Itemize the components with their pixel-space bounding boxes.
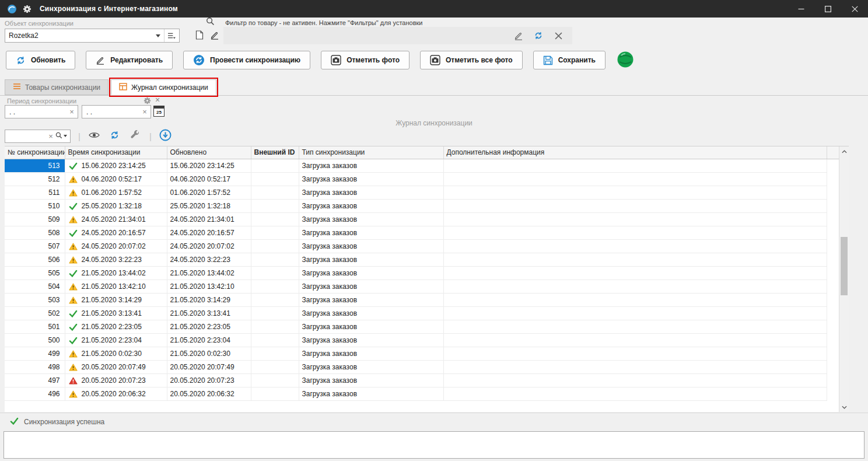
cell-sync-time[interactable]: 25.05.2020 1:32:18 (65, 199, 167, 212)
cell-extra-info[interactable] (443, 253, 827, 266)
cell-sync-number[interactable]: 497 (5, 373, 65, 387)
cell-sync-type[interactable]: Загрузка заказов (299, 199, 443, 212)
cell-sync-number[interactable]: 513 (5, 159, 65, 172)
tab-sync-journal[interactable]: Журнал синхронизации (111, 79, 216, 95)
cell-updated[interactable]: 20.05.2020 20:07:23 (167, 373, 251, 387)
cell-external-id[interactable] (251, 373, 299, 387)
log-output-box[interactable] (4, 431, 864, 459)
edit-object-button[interactable] (208, 29, 222, 43)
cell-sync-number[interactable]: 509 (5, 212, 65, 226)
search-mode-button[interactable] (55, 132, 70, 141)
service-button[interactable] (129, 130, 142, 142)
cell-sync-type[interactable]: Загрузка заказов (299, 280, 443, 293)
cell-sync-time[interactable]: 24.05.2020 21:34:01 (65, 212, 167, 226)
cell-sync-type[interactable]: Загрузка заказов (299, 226, 443, 239)
scrollbar-thumb[interactable] (841, 237, 848, 295)
vertical-scrollbar[interactable] (839, 146, 849, 412)
date-to-field[interactable]: . . × (82, 105, 151, 118)
cell-sync-number[interactable]: 511 (5, 186, 65, 199)
cell-external-id[interactable] (251, 387, 299, 400)
cell-sync-number[interactable]: 501 (5, 320, 65, 333)
clear-filter-icon[interactable] (552, 30, 564, 41)
table-row[interactable]: 50021.05.2020 2:23:0421.05.2020 2:23:04З… (5, 333, 839, 347)
search-object-button[interactable] (204, 16, 216, 28)
cell-sync-time[interactable]: 21.05.2020 13:44:02 (65, 266, 167, 280)
date-from-field[interactable]: . . × (5, 105, 78, 118)
cell-updated[interactable]: 25.05.2020 1:32:18 (167, 199, 251, 212)
cell-extra-info[interactable] (443, 199, 827, 212)
cell-sync-type[interactable]: Загрузка заказов (299, 186, 443, 199)
cell-sync-time[interactable]: 20.05.2020 20:06:32 (65, 387, 167, 400)
cell-sync-number[interactable]: 505 (5, 266, 65, 280)
col-updated[interactable]: Обновлено (167, 146, 251, 159)
refresh-button[interactable]: Обновить (6, 51, 75, 69)
cell-sync-type[interactable]: Загрузка заказов (299, 253, 443, 266)
cell-sync-time[interactable]: 24.05.2020 3:22:23 (65, 253, 167, 266)
cell-updated[interactable]: 15.06.2020 23:14:25 (167, 159, 251, 172)
cell-extra-info[interactable] (443, 226, 827, 239)
table-row[interactable]: 50221.05.2020 3:13:4121.05.2020 3:13:41З… (5, 306, 839, 320)
cell-updated[interactable]: 24.05.2020 3:22:23 (167, 253, 251, 266)
cell-sync-time[interactable]: 24.05.2020 20:07:02 (65, 239, 167, 253)
close-button[interactable] (841, 0, 868, 18)
store-status-button[interactable] (616, 51, 635, 69)
table-row[interactable]: 50924.05.2020 21:34:0124.05.2020 21:34:0… (5, 212, 839, 226)
cell-sync-number[interactable]: 510 (5, 199, 65, 212)
clear-date-from-icon[interactable]: × (66, 107, 78, 116)
table-row[interactable]: 50421.05.2020 13:42:1021.05.2020 13:42:1… (5, 280, 839, 293)
cell-sync-time[interactable]: 15.06.2020 23:14:25 (65, 159, 167, 172)
cell-external-id[interactable] (251, 360, 299, 373)
cell-external-id[interactable] (251, 239, 299, 253)
cell-sync-type[interactable]: Загрузка заказов (299, 239, 443, 253)
cell-sync-number[interactable]: 504 (5, 280, 65, 293)
cell-external-id[interactable] (251, 172, 299, 186)
cell-updated[interactable]: 21.05.2020 2:23:05 (167, 320, 251, 333)
cell-sync-number[interactable]: 500 (5, 333, 65, 347)
mark-photo-button[interactable]: Отметить фото (321, 51, 410, 69)
cell-external-id[interactable] (251, 253, 299, 266)
cell-sync-number[interactable]: 508 (5, 226, 65, 239)
cell-sync-number[interactable]: 512 (5, 172, 65, 186)
cell-updated[interactable]: 24.05.2020 21:34:01 (167, 212, 251, 226)
cell-updated[interactable]: 21.05.2020 2:23:04 (167, 333, 251, 347)
load-orders-button[interactable] (159, 130, 172, 142)
cell-sync-time[interactable]: 21.05.2020 13:42:10 (65, 280, 167, 293)
cell-extra-info[interactable] (443, 320, 827, 333)
cell-external-id[interactable] (251, 226, 299, 239)
cell-updated[interactable]: 21.05.2020 0:02:30 (167, 347, 251, 360)
cell-updated[interactable]: 24.05.2020 20:07:02 (167, 239, 251, 253)
cell-updated[interactable]: 04.06.2020 0:52:17 (167, 172, 251, 186)
cell-sync-type[interactable]: Загрузка заказов (299, 306, 443, 320)
cell-extra-info[interactable] (443, 293, 827, 306)
table-row[interactable]: 50321.05.2020 3:14:2921.05.2020 3:14:29З… (5, 293, 839, 306)
table-row[interactable]: 50724.05.2020 20:07:0224.05.2020 20:07:0… (5, 239, 839, 253)
cell-sync-number[interactable]: 503 (5, 293, 65, 306)
calendar-picker-button[interactable]: 25 (153, 106, 164, 117)
cell-external-id[interactable] (251, 347, 299, 360)
clear-date-to-icon[interactable]: × (139, 107, 150, 116)
cell-sync-type[interactable]: Загрузка заказов (299, 293, 443, 306)
cell-sync-type[interactable]: Загрузка заказов (299, 347, 443, 360)
minimize-button[interactable] (788, 0, 814, 18)
cell-sync-number[interactable]: 507 (5, 239, 65, 253)
col-external-id[interactable]: Внешний ID (251, 146, 299, 159)
cell-external-id[interactable] (251, 159, 299, 172)
cell-sync-time[interactable]: 20.05.2020 20:07:23 (65, 373, 167, 387)
refresh-filter-icon[interactable] (533, 30, 544, 41)
cell-sync-time[interactable]: 04.06.2020 0:52:17 (65, 172, 167, 186)
cell-external-id[interactable] (251, 333, 299, 347)
table-row[interactable]: 50624.05.2020 3:22:2324.05.2020 3:22:23З… (5, 253, 839, 266)
chevron-down-icon[interactable] (152, 29, 164, 42)
mark-all-photo-button[interactable]: Отметить все фото (420, 51, 523, 69)
col-sync-number[interactable]: № синхронизации (5, 146, 65, 159)
cell-external-id[interactable] (251, 186, 299, 199)
cell-sync-number[interactable]: 498 (5, 360, 65, 373)
table-row[interactable]: 51315.06.2020 23:14:2515.06.2020 23:14:2… (5, 159, 839, 172)
save-button[interactable]: Сохранить (533, 51, 606, 69)
cell-sync-time[interactable]: 20.05.2020 20:07:49 (65, 360, 167, 373)
table-row[interactable]: 49820.05.2020 20:07:4920.05.2020 20:07:4… (5, 360, 839, 373)
cell-sync-type[interactable]: Загрузка заказов (299, 159, 443, 172)
cell-sync-time[interactable]: 21.05.2020 3:13:41 (65, 306, 167, 320)
sync-object-combobox[interactable]: Rozetka2 (5, 29, 180, 43)
clear-search-icon[interactable]: × (46, 132, 55, 141)
